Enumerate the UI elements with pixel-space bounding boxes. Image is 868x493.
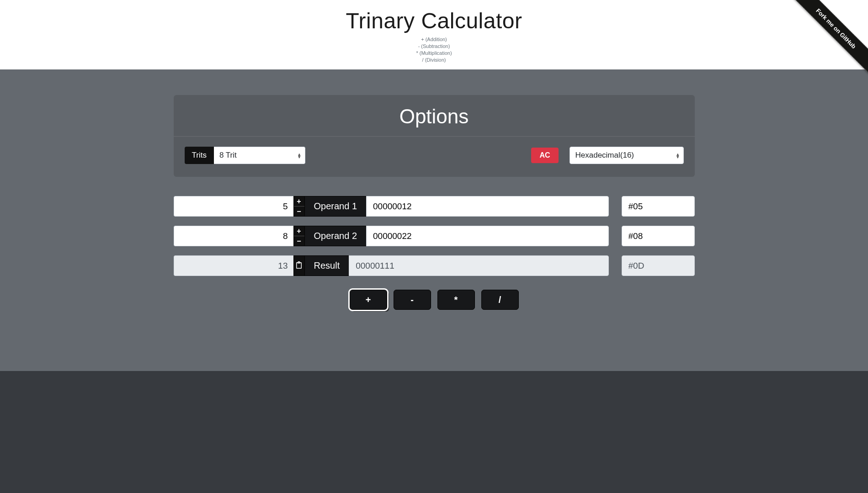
legend-add: + (Addition): [0, 36, 868, 43]
fork-github-ribbon[interactable]: Fork me on GitHub: [777, 0, 868, 91]
operand1-hex-input[interactable]: [622, 196, 695, 217]
clipboard-icon: [296, 261, 302, 270]
footer-bar: [0, 371, 868, 493]
operand2-label: Operand 2: [304, 226, 367, 246]
operand1-increment-button[interactable]: +: [294, 196, 304, 206]
operand2-decrement-button[interactable]: −: [294, 236, 304, 246]
operand1-trinary-input[interactable]: [366, 196, 608, 217]
operand2-row: + − Operand 2: [174, 226, 695, 246]
legend-sub: - (Subtraction): [0, 43, 868, 50]
base-select[interactable]: Hexadecimal(16): [570, 147, 684, 164]
fork-github-label: Fork me on GitHub: [788, 0, 868, 77]
result-label: Result: [304, 255, 349, 276]
operand2-stepper: + −: [293, 226, 304, 246]
result-hex-output: [622, 255, 695, 276]
op-sub-button[interactable]: -: [394, 290, 431, 310]
operand2-increment-button[interactable]: +: [294, 226, 304, 236]
result-trinary-output: [349, 255, 608, 276]
operand1-label: Operand 1: [304, 196, 367, 217]
legend-mul: * (Multiplication): [0, 50, 868, 57]
operand1-decimal-input[interactable]: [174, 196, 293, 217]
trits-group: Trits 8 Trit ▴▾: [185, 147, 305, 164]
all-clear-button[interactable]: AC: [531, 148, 558, 163]
operand2-hex-input[interactable]: [622, 226, 695, 246]
op-mul-button[interactable]: *: [437, 290, 475, 310]
trits-select[interactable]: 8 Trit: [214, 147, 305, 164]
options-card: Options Trits 8 Trit ▴▾ AC Hexadecimal(1…: [174, 95, 695, 177]
operand2-decimal-input[interactable]: [174, 226, 293, 246]
trits-label: Trits: [185, 147, 214, 164]
result-decimal-output: [174, 255, 293, 276]
operator-legend: + (Addition) - (Subtraction) * (Multipli…: [0, 36, 868, 63]
copy-result-button[interactable]: [293, 255, 304, 276]
operand1-row: + − Operand 1: [174, 196, 695, 217]
options-heading: Options: [174, 95, 695, 137]
legend-div: / (Division): [0, 57, 868, 64]
operand2-trinary-input[interactable]: [366, 226, 608, 246]
operand1-decrement-button[interactable]: −: [294, 206, 304, 216]
page-title: Trinary Calculator: [0, 8, 868, 33]
op-add-button[interactable]: +: [350, 290, 387, 310]
operand1-stepper: + −: [293, 196, 304, 217]
operator-buttons: + - * /: [174, 290, 695, 310]
result-row: Result: [174, 255, 695, 276]
op-div-button[interactable]: /: [481, 290, 519, 310]
